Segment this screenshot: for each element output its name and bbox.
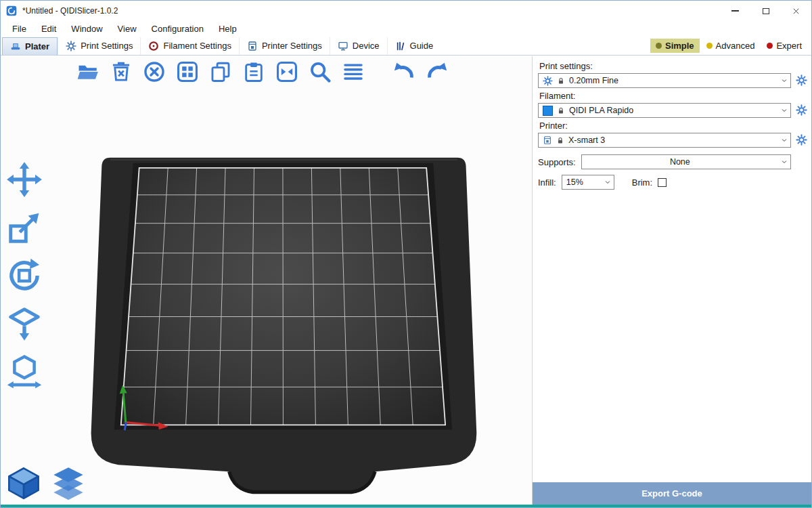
tab-device[interactable]: Device (330, 37, 387, 55)
tab-guide[interactable]: Guide (387, 37, 441, 55)
variable-layer-height-button[interactable] (342, 60, 365, 83)
chevron-down-icon (602, 175, 614, 189)
redo-icon (426, 60, 449, 83)
filament-color-swatch (543, 106, 553, 116)
menu-help[interactable]: Help (211, 22, 244, 35)
paste-button[interactable] (242, 60, 265, 83)
gear-icon (66, 41, 76, 51)
close-button[interactable] (781, 1, 811, 21)
delete-icon (110, 60, 133, 83)
tab-printer-settings[interactable]: Printer Settings (239, 37, 330, 55)
mode-expert[interactable]: Expert (761, 39, 807, 53)
infill-label: Infill: (538, 177, 556, 188)
menu-view[interactable]: View (110, 22, 144, 35)
chevron-down-icon (778, 104, 790, 117)
print-settings-select[interactable]: 0.20mm Fine (538, 73, 791, 88)
menu-configuration[interactable]: Configuration (144, 22, 211, 35)
delete-all-button[interactable] (143, 60, 166, 83)
maximize-button[interactable] (750, 1, 781, 21)
menu-bar: File Edit Window View Configuration Help (1, 21, 811, 37)
maximize-icon (763, 8, 769, 14)
export-gcode-button[interactable]: Export G-code (533, 482, 811, 505)
3d-viewport[interactable] (1, 56, 533, 505)
tab-filament-settings-label: Filament Settings (163, 41, 231, 51)
tab-print-settings[interactable]: Print Settings (58, 37, 140, 55)
manipulation-toolbar (6, 161, 43, 390)
settings-sidebar: Print settings: 0.20mm Fine Filament: QI… (533, 56, 811, 505)
printer-bed-3d-view[interactable] (1, 56, 532, 505)
undo-icon (392, 60, 415, 83)
lock-icon (556, 136, 564, 145)
filament-select[interactable]: QIDI PLA Rapido (538, 103, 791, 118)
simple-mode-dot-icon (656, 43, 662, 49)
rotate-icon (6, 257, 43, 294)
measure-icon (6, 354, 43, 390)
print-settings-gear-button[interactable] (795, 75, 807, 87)
search-icon (309, 60, 332, 83)
copy-button[interactable] (209, 60, 232, 83)
expert-mode-dot-icon (767, 43, 773, 49)
lock-icon (557, 106, 565, 115)
tab-guide-label: Guide (410, 41, 434, 51)
delete-button[interactable] (110, 60, 133, 83)
plater-icon (10, 41, 21, 51)
scale-button[interactable] (6, 209, 43, 246)
place-on-face-icon (6, 305, 43, 342)
mode-selector: Simple Advanced Expert (650, 39, 807, 53)
copy-icon (209, 60, 232, 83)
gear-icon (796, 104, 807, 116)
rotate-button[interactable] (6, 257, 43, 294)
minimize-button[interactable] (720, 1, 750, 21)
arrange-button[interactable] (176, 60, 199, 83)
undo-button[interactable] (392, 60, 415, 83)
open-file-button[interactable] (76, 60, 99, 83)
infill-select[interactable]: 15% (562, 175, 614, 190)
chevron-down-icon (778, 74, 790, 87)
assemble-icon (275, 60, 298, 83)
chevron-down-icon (778, 133, 790, 147)
brim-checkbox[interactable] (658, 178, 667, 187)
filament-spool-icon (148, 41, 159, 51)
main-area: Print settings: 0.20mm Fine Filament: QI… (1, 56, 811, 505)
printer-icon (543, 135, 552, 145)
assemble-button[interactable] (275, 60, 298, 83)
move-icon (6, 161, 43, 198)
move-button[interactable] (6, 161, 43, 198)
arrange-icon (176, 60, 199, 83)
paste-icon (242, 60, 265, 83)
view-3d-button[interactable] (6, 465, 41, 501)
tab-printer-settings-label: Printer Settings (262, 41, 322, 51)
variable-layer-height-icon (342, 60, 365, 83)
window-title: *Untitled - QIDISlicer-1.0.2 (22, 6, 118, 16)
place-on-face-button[interactable] (6, 305, 43, 342)
menu-window[interactable]: Window (64, 22, 110, 35)
mode-simple[interactable]: Simple (650, 39, 700, 53)
chevron-down-icon (778, 155, 790, 169)
menu-file[interactable]: File (5, 22, 34, 35)
gear-icon (796, 134, 807, 146)
redo-button[interactable] (426, 60, 449, 83)
measure-button[interactable] (6, 354, 43, 390)
printer-icon (247, 41, 258, 51)
gear-icon (543, 76, 553, 86)
view-layers-icon (51, 465, 86, 501)
status-strip (1, 505, 811, 507)
minimize-icon (731, 10, 739, 12)
printer-select[interactable]: X-smart 3 (538, 133, 791, 148)
filament-label: Filament: (539, 91, 807, 101)
menu-edit[interactable]: Edit (34, 22, 64, 35)
supports-select[interactable]: None (581, 154, 791, 169)
brim-label: Brim: (632, 177, 652, 188)
tab-plater[interactable]: Plater (2, 37, 58, 55)
supports-value: None (586, 157, 774, 167)
tab-plater-label: Plater (25, 41, 49, 51)
printer-gear-button[interactable] (795, 134, 807, 146)
printer-label: Printer: (539, 121, 807, 131)
filament-gear-button[interactable] (795, 104, 807, 117)
tab-filament-settings[interactable]: Filament Settings (140, 37, 238, 55)
search-button[interactable] (309, 60, 332, 83)
view-layers-button[interactable] (51, 465, 86, 501)
print-settings-label: Print settings: (539, 61, 807, 71)
mode-advanced[interactable]: Advanced (701, 39, 761, 53)
print-settings-value: 0.20mm Fine (569, 76, 774, 85)
